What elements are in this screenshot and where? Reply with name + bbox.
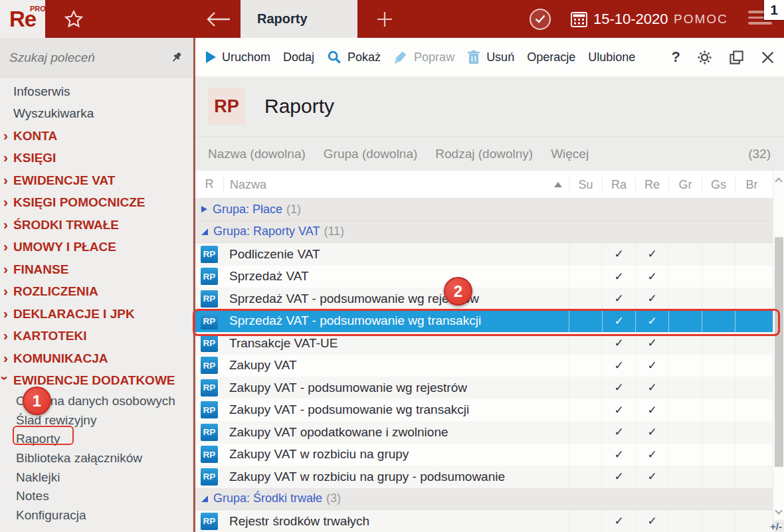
sidebar-nav: Infoserwis Wyszukiwarka ›KONTA ›KSIĘGI ›… — [0, 78, 193, 525]
column-header-r[interactable]: R — [195, 177, 223, 191]
sidebar-item-naklejki[interactable]: Naklejki — [0, 468, 193, 487]
new-tab-button[interactable] — [369, 0, 400, 38]
sidebar-item-ewidencje-vat[interactable]: ›EWIDENCJE VAT — [0, 169, 193, 192]
filter-bar: Nazwa (dowolna) Grupa (dowolna) Rodzaj (… — [195, 136, 784, 171]
star-icon — [64, 9, 84, 29]
row-name: Zakupy VAT opodatkowane i zwolnione — [223, 425, 569, 440]
column-header-su[interactable]: Su — [569, 177, 602, 192]
top-bar: RePRO Raporty 15-10-2020 POMOC 1 — [0, 0, 784, 38]
report-icon: RP — [201, 401, 218, 418]
show-button[interactable]: Pokaż — [327, 50, 381, 64]
row-name: Transakcje VAT-UE — [223, 336, 569, 351]
table-row[interactable]: RP Zakupy VAT ✓ ✓ — [195, 355, 773, 377]
back-button[interactable] — [202, 0, 235, 38]
check-mark: ✓ — [602, 243, 635, 266]
date-picker-button[interactable] — [566, 0, 591, 38]
expanded-triangle-icon — [201, 228, 208, 235]
group-row-raporty-vat[interactable]: Grupa: Raporty VAT (11) — [195, 221, 773, 244]
sidebar-item-finanse[interactable]: ›FINANSE — [0, 258, 193, 281]
table-row[interactable]: RP Zakupy VAT - podsumowanie wg rejestró… — [195, 377, 773, 399]
table-row[interactable]: RP Zakupy VAT - podsumowanie wg transakc… — [195, 399, 773, 422]
table-row[interactable]: RP Zakupy VAT opodatkowane i zwolnione ✓… — [195, 421, 773, 444]
group-row-place[interactable]: Grupa: Płace (1) — [195, 199, 773, 221]
group-row-srodki-trwale[interactable]: Grupa: Środki trwałe (3) — [195, 488, 773, 511]
scrollbar-thumb[interactable] — [775, 237, 783, 467]
table-row[interactable]: RP Zakupy VAT w rozbiciu na grupy - pods… — [195, 466, 773, 488]
current-date[interactable]: 15-10-2020 — [593, 0, 668, 38]
column-header-ra[interactable]: Ra — [602, 177, 635, 192]
check-mark: ✓ — [635, 421, 668, 444]
annotation-box-selected-row — [193, 309, 780, 336]
row-name: Rejestr środków trwałych — [223, 514, 569, 529]
add-button[interactable]: Dodaj — [283, 50, 314, 64]
sidebar-item-wyszukiwarka[interactable]: Wyszukiwarka — [0, 103, 193, 126]
report-icon: RP — [201, 379, 218, 397]
sidebar-item-ksiegi-pomocnicze[interactable]: ›KSIĘGI POMOCNICZE — [0, 192, 193, 215]
edit-button[interactable]: Popraw — [393, 50, 454, 64]
tab-raporty[interactable]: Raporty — [241, 0, 357, 38]
back-arrow-icon — [206, 11, 231, 28]
sidebar-item-kartoteki[interactable]: ›KARTOTEKI — [0, 325, 193, 348]
sidebar-item-umowy-i-place[interactable]: ›UMOWY I PŁACE — [0, 236, 193, 259]
check-mark: ✓ — [635, 377, 668, 399]
delete-button[interactable]: Usuń — [467, 50, 514, 64]
tab-title: Raporty — [257, 11, 308, 27]
pin-icon[interactable] — [169, 50, 183, 64]
sidebar-item-konfiguracja[interactable]: Konfiguracja — [0, 506, 193, 525]
favorites-menu[interactable]: Ulubione — [588, 50, 635, 64]
close-icon[interactable] — [761, 50, 775, 64]
row-name: Zakupy VAT - podsumowanie wg rejestrów — [223, 381, 569, 395]
table-row[interactable]: RP Sprzedaż VAT ✓ ✓ — [195, 266, 773, 288]
operations-menu[interactable]: Operacje — [527, 50, 575, 64]
settings-gear-icon[interactable] — [697, 50, 712, 65]
column-header-br[interactable]: Br — [735, 177, 768, 192]
vertical-scrollbar[interactable] — [773, 171, 784, 520]
column-header-re[interactable]: Re — [635, 177, 668, 192]
annotation-step-1: 1 — [23, 387, 51, 415]
table-row[interactable]: RP Podliczenie VAT ✓ ✓ — [195, 243, 773, 266]
table-row[interactable]: RP Sprzedaż VAT - podsumowanie wg rejest… — [195, 288, 773, 310]
module-badge: RP — [208, 88, 245, 125]
title-bar: RP Raporty — [195, 76, 784, 136]
help-menu[interactable]: POMOC — [674, 0, 728, 38]
report-icon: RP — [201, 513, 218, 530]
corner-badge: 1 — [764, 0, 784, 20]
sort-asc-icon — [554, 182, 562, 187]
filter-rodzaj[interactable]: Rodzaj (dowolny) — [435, 147, 533, 161]
filter-wiecej[interactable]: Więcej — [551, 147, 589, 161]
sidebar-item-deklaracje-i-jpk[interactable]: ›DEKLARACJE I JPK — [0, 303, 193, 325]
column-header-gs[interactable]: Gs — [702, 177, 735, 192]
sidebar-item-biblioteka-zalacznikow[interactable]: Biblioteka załączników — [0, 449, 193, 468]
sidebar-item-ksiegi[interactable]: ›KSIĘGI — [0, 147, 193, 170]
annotation-box-raporty — [13, 426, 74, 445]
run-button[interactable]: Uruchom — [206, 50, 270, 64]
help-button[interactable]: ? — [672, 48, 680, 66]
table-row[interactable]: RP Zakupy VAT w rozbiciu na grupy ✓ ✓ — [195, 444, 773, 466]
check-mark: ✓ — [635, 444, 668, 466]
scroll-down-icon[interactable] — [775, 507, 782, 514]
sidebar-item-rozliczenia[interactable]: ›ROZLICZENIA — [0, 281, 193, 304]
command-search[interactable] — [0, 38, 193, 78]
filter-grupa[interactable]: Grupa (dowolna) — [324, 147, 418, 161]
column-header-nazwa[interactable]: Nazwa — [223, 177, 569, 192]
table-header: R Nazwa Su Ra Re Gr Gs Br — [195, 171, 773, 199]
column-header-gr[interactable]: Gr — [668, 177, 702, 192]
favorites-star-button[interactable] — [57, 0, 90, 38]
app-logo[interactable]: RePRO — [0, 0, 45, 38]
sidebar-item-konta[interactable]: ›KONTA — [0, 125, 193, 147]
status-check-button[interactable] — [527, 0, 553, 38]
report-icon: RP — [201, 290, 218, 308]
chevron-right-icon: › — [3, 239, 8, 253]
expand-collapse-control[interactable]: +/- — [770, 521, 782, 532]
sidebar-item-komunikacja[interactable]: ›KOMUNIKACJA — [0, 347, 193, 370]
sidebar-item-notes[interactable]: Notes — [0, 487, 193, 506]
scroll-up-icon[interactable] — [775, 177, 782, 185]
sidebar-item-srodki-trwale[interactable]: ›ŚRODKI TRWAŁE — [0, 214, 193, 236]
report-icon: RP — [201, 268, 218, 285]
filter-nazwa[interactable]: Nazwa (dowolna) — [208, 147, 306, 161]
search-input[interactable] — [0, 50, 193, 65]
expanded-triangle-icon — [201, 495, 208, 502]
table-row-partial[interactable]: RP Rejestr środków trwałych ✓ ✓ — [195, 510, 773, 532]
sidebar-item-infoserwis[interactable]: Infoserwis — [0, 80, 193, 103]
detach-window-icon[interactable] — [729, 50, 744, 65]
